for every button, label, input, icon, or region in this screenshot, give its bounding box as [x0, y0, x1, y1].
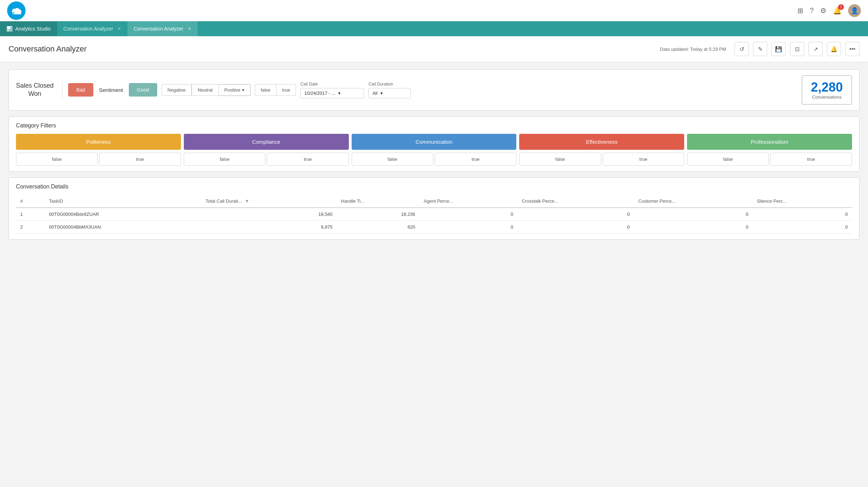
col-crosstalk[interactable]: Crosstalk Perce...: [517, 195, 634, 208]
compliance-true[interactable]: true: [267, 153, 348, 166]
communication-toggles: false true: [352, 153, 517, 166]
salesforce-logo: sf: [7, 1, 26, 20]
sales-closed-won-label: Sales Closed Won: [16, 82, 54, 98]
divider: [62, 81, 62, 99]
tab-conv2-close[interactable]: ✕: [188, 26, 191, 31]
cell-num-1: 1: [16, 208, 45, 221]
notifications-icon[interactable]: 🔔 1: [833, 6, 842, 15]
cell-handle-2: 620: [337, 220, 419, 233]
effectiveness-category[interactable]: Effectiveness: [519, 134, 684, 150]
false-toggle[interactable]: false: [255, 84, 276, 96]
page-header: Conversation Analyzer Data updated: Toda…: [0, 36, 868, 62]
data-updated: Data updated: Today at 5:29 PM: [660, 46, 726, 52]
politeness-category[interactable]: Politeness: [16, 134, 181, 150]
chevron-down-icon: ▾: [242, 87, 245, 93]
politeness-false[interactable]: false: [16, 153, 98, 166]
filter-row: Sales Closed Won Bad Sentiment Good Nega…: [9, 69, 859, 111]
category-grid: Politeness Compliance Communication Effe…: [16, 134, 852, 150]
save-button[interactable]: 💾: [771, 42, 786, 56]
compliance-category[interactable]: Compliance: [184, 134, 349, 150]
sentiment-toggle-group: Negative Neutral Positive ▾: [161, 84, 251, 96]
compliance-false[interactable]: false: [184, 153, 265, 166]
communication-false[interactable]: false: [352, 153, 433, 166]
conversations-label: Conversations: [811, 94, 843, 100]
communication-category[interactable]: Communication: [352, 134, 517, 150]
conversations-count: 2,280: [811, 80, 843, 94]
chevron-down-icon: ▾: [338, 91, 341, 96]
avatar[interactable]: 👤: [848, 4, 861, 17]
conversations-box: 2,280 Conversations: [802, 75, 852, 105]
false-true-toggle: false true: [255, 84, 296, 96]
help-icon[interactable]: ?: [810, 6, 814, 15]
negative-toggle[interactable]: Negative: [161, 84, 192, 96]
edit-button[interactable]: ✎: [753, 42, 767, 56]
effectiveness-true[interactable]: true: [603, 153, 684, 166]
table-row: 2 00T0G00004BbMX3UAN 6,975 620 0 0 0 0: [16, 220, 852, 233]
cell-crosstalk-1: 0: [517, 208, 634, 221]
top-header: sf ⊞ ? ⚙ 🔔 1 👤: [0, 0, 868, 21]
politeness-true[interactable]: true: [99, 153, 181, 166]
tab-analytics-studio[interactable]: 📊 Analytics Studio: [0, 21, 57, 36]
cell-num-2: 2: [16, 220, 45, 233]
sort-icon: ▼: [245, 198, 249, 204]
cell-agent-1: 0: [419, 208, 517, 221]
call-date-section: Call Date 10/24/2017 - ... ▾: [300, 82, 364, 98]
col-num: #: [16, 195, 45, 208]
call-duration-select[interactable]: All ▾: [368, 88, 411, 98]
undo-button[interactable]: ↺: [735, 42, 749, 56]
cell-taskid-2: 00T0G00004BbMX3UAN: [45, 220, 201, 233]
category-filters-title: Category Filters: [16, 122, 852, 129]
effectiveness-false[interactable]: false: [519, 153, 601, 166]
call-duration-label: Call Duration: [368, 82, 411, 87]
tab-conv1-label: Conversation Analyzer: [64, 26, 113, 32]
col-handle[interactable]: Handle Ti...: [337, 195, 419, 208]
cell-silence-1: 0: [753, 208, 852, 221]
col-agent[interactable]: Agent Perce...: [419, 195, 517, 208]
tab-conversation-analyzer-1[interactable]: Conversation Analyzer ✕: [57, 21, 127, 36]
page-title: Conversation Analyzer: [9, 44, 87, 54]
category-toggle-grid: false true false true false true false t…: [16, 153, 852, 166]
cell-total-1: 18,540: [201, 208, 337, 221]
sentiment-label: Sentiment: [99, 87, 123, 93]
professionalism-false[interactable]: false: [687, 153, 769, 166]
professionalism-true[interactable]: true: [770, 153, 852, 166]
tab-bar: 📊 Analytics Studio Conversation Analyzer…: [0, 21, 868, 36]
call-duration-value: All: [372, 91, 377, 96]
tab-conversation-analyzer-2[interactable]: Conversation Analyzer ✕: [127, 21, 198, 36]
tab-conv1-close[interactable]: ✕: [117, 26, 121, 31]
settings-icon[interactable]: ⚙: [820, 6, 826, 15]
conversation-details-title: Conversation Details: [16, 184, 852, 190]
analytics-icon: 📊: [6, 26, 12, 32]
professionalism-toggles: false true: [687, 153, 852, 166]
col-customer[interactable]: Customer Perce...: [634, 195, 753, 208]
table-header-row: # TaskID Total Call Durati... ▼ Handle T…: [16, 195, 852, 208]
communication-true[interactable]: true: [435, 153, 516, 166]
cell-handle-1: 18,236: [337, 208, 419, 221]
cell-taskid-1: 00T0G00004Bdx9ZUAR: [45, 208, 201, 221]
positive-toggle[interactable]: Positive ▾: [219, 84, 251, 96]
cell-customer-2: 0: [634, 220, 753, 233]
cell-total-2: 6,975: [201, 220, 337, 233]
neutral-toggle[interactable]: Neutral: [192, 84, 219, 96]
col-silence[interactable]: Silence Perc...: [753, 195, 852, 208]
share-button[interactable]: ↗: [808, 42, 823, 56]
alert-button[interactable]: 🔔: [827, 42, 841, 56]
header-icons: ⊞ ? ⚙ 🔔 1 👤: [797, 4, 861, 17]
true-toggle[interactable]: true: [276, 84, 296, 96]
conversation-table: # TaskID Total Call Durati... ▼ Handle T…: [16, 195, 852, 234]
bad-filter-button[interactable]: Bad: [68, 83, 93, 97]
more-button[interactable]: •••: [845, 42, 859, 56]
call-date-select[interactable]: 10/24/2017 - ... ▾: [300, 88, 364, 98]
apps-icon[interactable]: ⊞: [797, 6, 803, 15]
clip-button[interactable]: ⊡: [790, 42, 804, 56]
good-filter-button[interactable]: Good: [129, 83, 157, 97]
col-total-call[interactable]: Total Call Durati... ▼: [201, 195, 337, 208]
category-section: Category Filters Politeness Compliance C…: [9, 116, 859, 172]
call-date-label: Call Date: [300, 82, 364, 87]
politeness-toggles: false true: [16, 153, 181, 166]
call-duration-section: Call Duration All ▾: [368, 82, 411, 98]
col-taskid[interactable]: TaskID: [45, 195, 201, 208]
table-wrapper[interactable]: # TaskID Total Call Durati... ▼ Handle T…: [16, 195, 852, 234]
call-date-value: 10/24/2017 - ...: [304, 91, 335, 96]
professionalism-category[interactable]: Professionalism: [687, 134, 852, 150]
